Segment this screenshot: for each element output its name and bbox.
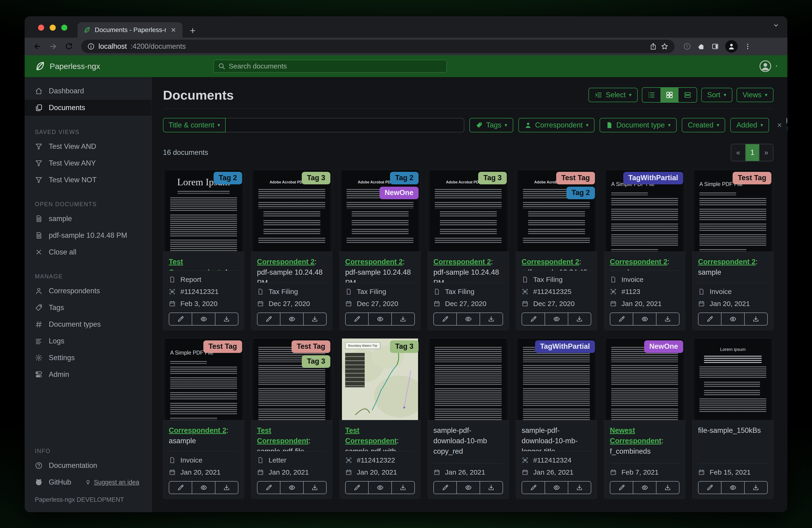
zoom-window-button[interactable] [61,25,67,31]
bookmark-star-icon[interactable] [661,42,669,51]
sidebar-item-documents[interactable]: Documents [25,99,151,116]
tag-badge[interactable]: TagWithPartial [535,340,595,353]
sidebar-item-tags[interactable]: Tags [25,299,151,316]
tag-badge[interactable]: Tag 3 [302,355,330,368]
suggest-an-idea-link[interactable]: Suggest an idea [85,479,139,486]
edit-button[interactable] [434,482,456,494]
download-button[interactable] [215,313,238,325]
correspondent-link[interactable]: Correspondent 2 [345,258,403,266]
tab-list-chevron-icon[interactable] [772,22,780,29]
filter-correspondent-button[interactable]: Correspondent▾ [518,118,594,132]
correspondent-link[interactable]: Test Correspondent [169,258,220,271]
document-thumbnail[interactable]: Lorem ipsum [695,339,771,420]
views-dropdown-button[interactable]: Views▾ [737,88,773,102]
sidebar-item-github[interactable]: GitHubSuggest an idea [25,474,151,490]
view-button[interactable] [280,313,303,325]
edit-button[interactable] [522,313,545,325]
correspondent-link[interactable]: Newest Correspondent [610,426,661,445]
view-detail-button[interactable] [679,88,697,102]
site-info-icon[interactable] [87,43,95,50]
sidebar-item-admin[interactable]: Admin [25,366,151,383]
user-menu[interactable]: ▾ [759,59,777,73]
view-button[interactable] [545,482,568,494]
view-button[interactable] [368,482,391,494]
download-button[interactable] [303,482,326,494]
view-list-button[interactable] [642,88,661,102]
edit-button[interactable] [346,313,368,325]
sidebar-item-documentation[interactable]: Documentation [25,457,151,474]
download-button[interactable] [656,313,679,325]
correspondent-link[interactable]: Correspondent 2 [169,426,226,434]
tag-badge[interactable]: Test Tag [733,172,771,184]
filter-field-dropdown[interactable]: Title & content▾ [163,118,226,132]
tag-badge[interactable]: Tag 2 [566,187,595,199]
correspondent-link[interactable]: Test Correspondent [345,426,397,445]
download-button[interactable] [656,482,679,494]
correspondent-link[interactable]: Correspondent 2 [522,258,579,266]
view-button[interactable] [545,313,568,325]
tag-badge[interactable]: Tag 3 [302,172,330,184]
view-button[interactable] [280,482,303,494]
tab-close-icon[interactable] [170,27,176,33]
view-button[interactable] [368,313,391,325]
view-button[interactable] [721,313,744,325]
download-button[interactable] [744,482,767,494]
url-bar[interactable]: localhost:4200/documents [81,40,675,53]
edit-button[interactable] [346,482,368,494]
back-button[interactable] [31,40,44,53]
correspondent-link[interactable]: Test Correspondent [257,426,308,445]
reload-button[interactable] [62,40,76,53]
download-button[interactable] [480,313,503,325]
sort-dropdown-button[interactable]: Sort▾ [701,88,733,102]
share-icon[interactable] [650,43,657,50]
edit-button[interactable] [434,313,456,325]
tag-badge[interactable]: Tag 2 [390,172,419,184]
global-search[interactable] [213,60,447,73]
sidebar-item-settings[interactable]: Settings [25,349,151,366]
view-button[interactable] [456,482,479,494]
download-button[interactable] [744,313,767,325]
reset-filters-button[interactable]: Reset filters [777,117,787,133]
view-grid-button[interactable] [661,88,679,102]
view-button[interactable] [633,482,656,494]
status-circle-icon[interactable] [683,42,691,51]
view-button[interactable] [192,482,215,494]
view-button[interactable] [456,313,479,325]
minimize-window-button[interactable] [50,25,56,31]
document-thumbnail[interactable] [430,339,506,420]
edit-button[interactable] [610,482,633,494]
view-button[interactable] [633,313,656,325]
download-button[interactable] [568,482,591,494]
filter-text-input[interactable] [226,118,464,132]
view-button[interactable] [192,313,215,325]
tag-badge[interactable]: NewOne [379,187,419,199]
browser-profile-avatar[interactable] [725,40,738,53]
correspondent-link[interactable]: Correspondent 2 [698,258,756,266]
sidebar-item-document-types[interactable]: Document types [25,316,151,333]
edit-button[interactable] [258,482,280,494]
browser-tab[interactable]: Documents - Paperless-ngx [77,22,183,38]
download-button[interactable] [215,482,238,494]
tag-badge[interactable]: Tag 3 [390,340,419,353]
download-button[interactable] [480,482,503,494]
pagination-page-1[interactable]: 1 [745,144,759,161]
sidebar-item-logs[interactable]: Logs [25,333,151,349]
download-button[interactable] [391,313,414,325]
sidebar-item-test-view-and[interactable]: Test View AND [25,138,151,155]
sidebar-item-correspondents[interactable]: Correspondents [25,283,151,299]
edit-button[interactable] [610,313,633,325]
edit-button[interactable] [169,482,192,494]
filter-document-type-button[interactable]: Document type▾ [599,118,677,132]
filter-added-button[interactable]: Added▾ [730,118,769,132]
correspondent-link[interactable]: Correspondent 2 [610,258,667,266]
tag-badge[interactable]: Tag 3 [478,172,507,184]
correspondent-link[interactable]: Correspondent 2 [433,258,491,266]
new-tab-button[interactable] [189,27,197,34]
download-button[interactable] [391,482,414,494]
sidebar-item-close-all[interactable]: Close all [25,244,151,260]
search-input[interactable] [229,62,442,70]
edit-button[interactable] [698,313,721,325]
download-button[interactable] [568,313,591,325]
edit-button[interactable] [258,313,280,325]
correspondent-link[interactable]: Correspondent 2 [257,258,315,266]
